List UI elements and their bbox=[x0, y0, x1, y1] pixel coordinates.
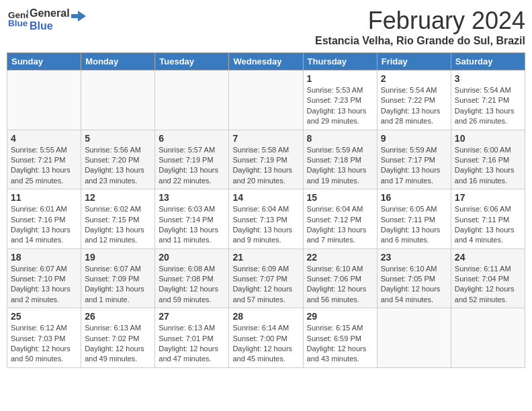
calendar-cell: 5Sunrise: 5:56 AM Sunset: 7:20 PM Daylig… bbox=[81, 130, 155, 189]
calendar-cell: 27Sunrise: 6:13 AM Sunset: 7:01 PM Dayli… bbox=[155, 308, 229, 368]
calendar-header-saturday: Saturday bbox=[451, 53, 525, 71]
calendar-cell bbox=[229, 71, 303, 130]
calendar-cell bbox=[7, 71, 81, 130]
day-info: Sunrise: 5:58 AM Sunset: 7:19 PM Dayligh… bbox=[232, 145, 299, 187]
location-title: Estancia Velha, Rio Grande do Sul, Brazi… bbox=[315, 35, 525, 47]
calendar-cell: 3Sunrise: 5:54 AM Sunset: 7:21 PM Daylig… bbox=[451, 71, 525, 130]
day-info: Sunrise: 5:54 AM Sunset: 7:22 PM Dayligh… bbox=[381, 85, 447, 127]
logo: General Blue General Blue bbox=[7, 7, 86, 32]
calendar-cell: 16Sunrise: 6:05 AM Sunset: 7:11 PM Dayli… bbox=[377, 189, 451, 249]
month-title: February 2024 bbox=[315, 7, 525, 35]
day-info: Sunrise: 6:01 AM Sunset: 7:16 PM Dayligh… bbox=[11, 204, 77, 246]
calendar-cell: 12Sunrise: 6:02 AM Sunset: 7:15 PM Dayli… bbox=[81, 189, 155, 249]
day-number: 2 bbox=[381, 73, 447, 84]
day-number: 7 bbox=[232, 133, 299, 144]
day-number: 1 bbox=[307, 73, 373, 84]
calendar-cell: 29Sunrise: 6:15 AM Sunset: 6:59 PM Dayli… bbox=[303, 308, 377, 368]
day-number: 22 bbox=[307, 252, 373, 263]
day-info: Sunrise: 6:03 AM Sunset: 7:14 PM Dayligh… bbox=[159, 204, 225, 246]
day-info: Sunrise: 5:53 AM Sunset: 7:23 PM Dayligh… bbox=[307, 85, 373, 127]
day-info: Sunrise: 6:07 AM Sunset: 7:10 PM Dayligh… bbox=[11, 264, 77, 306]
calendar-cell: 19Sunrise: 6:07 AM Sunset: 7:09 PM Dayli… bbox=[81, 248, 155, 308]
svg-text:Blue: Blue bbox=[8, 18, 28, 28]
page-header: General Blue General Blue February 2024 … bbox=[7, 7, 525, 47]
logo-general: General bbox=[30, 7, 70, 19]
calendar-cell bbox=[377, 308, 451, 368]
calendar-cell: 25Sunrise: 6:12 AM Sunset: 7:03 PM Dayli… bbox=[7, 308, 81, 368]
day-number: 28 bbox=[232, 311, 299, 322]
day-info: Sunrise: 6:11 AM Sunset: 7:04 PM Dayligh… bbox=[455, 264, 521, 306]
calendar-cell: 15Sunrise: 6:04 AM Sunset: 7:12 PM Dayli… bbox=[303, 189, 377, 249]
calendar-header-sunday: Sunday bbox=[7, 53, 81, 71]
calendar-cell bbox=[451, 308, 525, 368]
day-info: Sunrise: 6:04 AM Sunset: 7:12 PM Dayligh… bbox=[307, 204, 373, 246]
calendar-cell: 18Sunrise: 6:07 AM Sunset: 7:10 PM Dayli… bbox=[7, 248, 81, 308]
day-info: Sunrise: 6:00 AM Sunset: 7:16 PM Dayligh… bbox=[455, 145, 521, 187]
day-number: 14 bbox=[232, 192, 299, 203]
day-number: 12 bbox=[85, 192, 151, 203]
logo-blue: Blue bbox=[30, 19, 70, 32]
day-info: Sunrise: 6:13 AM Sunset: 7:01 PM Dayligh… bbox=[159, 323, 225, 365]
day-number: 3 bbox=[455, 73, 521, 84]
calendar-cell: 20Sunrise: 6:08 AM Sunset: 7:08 PM Dayli… bbox=[155, 248, 229, 308]
title-block: February 2024 Estancia Velha, Rio Grande… bbox=[315, 7, 525, 47]
day-number: 15 bbox=[307, 192, 373, 203]
day-info: Sunrise: 6:09 AM Sunset: 7:07 PM Dayligh… bbox=[232, 264, 299, 306]
calendar-cell bbox=[155, 71, 229, 130]
day-info: Sunrise: 6:15 AM Sunset: 6:59 PM Dayligh… bbox=[307, 323, 373, 365]
day-number: 24 bbox=[455, 252, 521, 263]
day-number: 9 bbox=[381, 133, 447, 144]
day-number: 5 bbox=[85, 133, 151, 144]
day-number: 19 bbox=[85, 252, 151, 263]
calendar-week-5: 25Sunrise: 6:12 AM Sunset: 7:03 PM Dayli… bbox=[7, 308, 525, 368]
day-number: 21 bbox=[232, 252, 299, 263]
day-info: Sunrise: 5:56 AM Sunset: 7:20 PM Dayligh… bbox=[85, 145, 151, 187]
calendar-cell: 28Sunrise: 6:14 AM Sunset: 7:00 PM Dayli… bbox=[229, 308, 303, 368]
calendar-header-monday: Monday bbox=[81, 53, 155, 71]
day-info: Sunrise: 6:10 AM Sunset: 7:06 PM Dayligh… bbox=[307, 264, 373, 306]
day-number: 26 bbox=[85, 311, 151, 322]
day-info: Sunrise: 5:59 AM Sunset: 7:18 PM Dayligh… bbox=[307, 145, 373, 187]
calendar-cell: 22Sunrise: 6:10 AM Sunset: 7:06 PM Dayli… bbox=[303, 248, 377, 308]
day-info: Sunrise: 5:54 AM Sunset: 7:21 PM Dayligh… bbox=[455, 85, 521, 127]
calendar-cell: 1Sunrise: 5:53 AM Sunset: 7:23 PM Daylig… bbox=[303, 71, 377, 130]
day-number: 17 bbox=[455, 192, 521, 203]
calendar-table: SundayMondayTuesdayWednesdayThursdayFrid… bbox=[7, 52, 525, 368]
day-info: Sunrise: 5:57 AM Sunset: 7:19 PM Dayligh… bbox=[159, 145, 225, 187]
day-info: Sunrise: 6:04 AM Sunset: 7:13 PM Dayligh… bbox=[232, 204, 299, 246]
calendar-cell: 6Sunrise: 5:57 AM Sunset: 7:19 PM Daylig… bbox=[155, 130, 229, 189]
calendar-cell: 8Sunrise: 5:59 AM Sunset: 7:18 PM Daylig… bbox=[303, 130, 377, 189]
calendar-header-row: SundayMondayTuesdayWednesdayThursdayFrid… bbox=[7, 53, 525, 71]
day-info: Sunrise: 6:14 AM Sunset: 7:00 PM Dayligh… bbox=[232, 323, 299, 365]
day-info: Sunrise: 6:02 AM Sunset: 7:15 PM Dayligh… bbox=[85, 204, 151, 246]
day-info: Sunrise: 5:59 AM Sunset: 7:17 PM Dayligh… bbox=[381, 145, 447, 187]
calendar-header-thursday: Thursday bbox=[303, 53, 377, 71]
day-number: 18 bbox=[11, 252, 77, 263]
day-info: Sunrise: 5:55 AM Sunset: 7:21 PM Dayligh… bbox=[11, 145, 77, 187]
calendar-cell bbox=[81, 71, 155, 130]
calendar-cell: 10Sunrise: 6:00 AM Sunset: 7:16 PM Dayli… bbox=[451, 130, 525, 189]
calendar-week-1: 1Sunrise: 5:53 AM Sunset: 7:23 PM Daylig… bbox=[7, 71, 525, 130]
day-number: 11 bbox=[11, 192, 77, 203]
day-info: Sunrise: 6:10 AM Sunset: 7:05 PM Dayligh… bbox=[381, 264, 447, 306]
day-number: 29 bbox=[307, 311, 373, 322]
day-number: 16 bbox=[381, 192, 447, 203]
svg-marker-4 bbox=[71, 11, 86, 21]
day-number: 25 bbox=[11, 311, 77, 322]
calendar-cell: 4Sunrise: 5:55 AM Sunset: 7:21 PM Daylig… bbox=[7, 130, 81, 189]
calendar-header-friday: Friday bbox=[377, 53, 451, 71]
day-number: 10 bbox=[455, 133, 521, 144]
calendar-cell: 14Sunrise: 6:04 AM Sunset: 7:13 PM Dayli… bbox=[229, 189, 303, 249]
day-info: Sunrise: 6:06 AM Sunset: 7:11 PM Dayligh… bbox=[455, 204, 521, 246]
day-number: 6 bbox=[159, 133, 225, 144]
day-number: 23 bbox=[381, 252, 447, 263]
day-info: Sunrise: 6:05 AM Sunset: 7:11 PM Dayligh… bbox=[381, 204, 447, 246]
calendar-cell: 23Sunrise: 6:10 AM Sunset: 7:05 PM Dayli… bbox=[377, 248, 451, 308]
calendar-cell: 26Sunrise: 6:13 AM Sunset: 7:02 PM Dayli… bbox=[81, 308, 155, 368]
calendar-week-3: 11Sunrise: 6:01 AM Sunset: 7:16 PM Dayli… bbox=[7, 189, 525, 249]
calendar-week-2: 4Sunrise: 5:55 AM Sunset: 7:21 PM Daylig… bbox=[7, 130, 525, 189]
calendar-cell: 17Sunrise: 6:06 AM Sunset: 7:11 PM Dayli… bbox=[451, 189, 525, 249]
day-info: Sunrise: 6:07 AM Sunset: 7:09 PM Dayligh… bbox=[85, 264, 151, 306]
day-info: Sunrise: 6:12 AM Sunset: 7:03 PM Dayligh… bbox=[11, 323, 77, 365]
logo-arrow-icon bbox=[71, 9, 86, 24]
